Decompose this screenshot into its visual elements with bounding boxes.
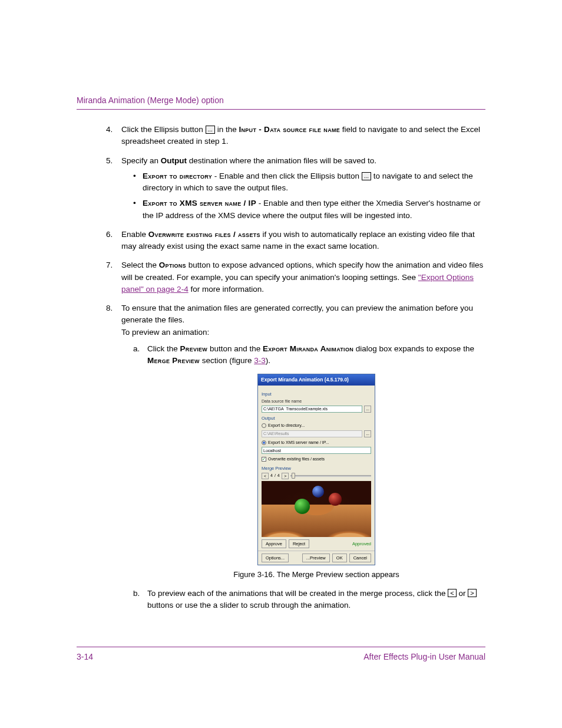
text: - Enable and then click the Ellipsis but… bbox=[212, 172, 362, 180]
prev-button[interactable]: < bbox=[262, 473, 269, 479]
preview-slider[interactable] bbox=[290, 473, 371, 478]
manual-title: After Effects Plug-in User Manual bbox=[363, 651, 485, 663]
figure-ref-link[interactable]: 3-3 bbox=[254, 356, 266, 365]
xms-server-input[interactable] bbox=[262, 447, 371, 454]
step-8: 8. To ensure that the animation files ar… bbox=[106, 302, 485, 611]
text: Enable bbox=[121, 230, 148, 239]
green-sphere-icon bbox=[295, 499, 310, 514]
text: section (figure bbox=[200, 356, 254, 365]
section-name: Merge Preview bbox=[147, 356, 200, 365]
text: or bbox=[457, 589, 468, 598]
text: To preview an animation: bbox=[121, 328, 209, 337]
checkbox-label: Overwrite existing files / assets bbox=[268, 456, 325, 463]
text: for more information. bbox=[189, 285, 264, 294]
reject-button[interactable]: Reject bbox=[289, 539, 309, 548]
step-8-substeps: a. Click the Preview button and the Expo… bbox=[121, 343, 485, 612]
text: Click the bbox=[147, 344, 180, 353]
page-footer: 3-14 After Effects Plug-in User Manual bbox=[77, 647, 485, 663]
text: Specify an bbox=[121, 156, 161, 165]
text: Select the bbox=[121, 261, 159, 269]
cancel-button[interactable]: Cancel bbox=[349, 554, 371, 562]
header-title: Miranda Animation (Merge Mode) option bbox=[77, 95, 224, 105]
radio-label: Export to directory... bbox=[268, 423, 305, 429]
step-number: 5. bbox=[106, 155, 113, 167]
button-name: Preview bbox=[180, 344, 208, 353]
text: button and the bbox=[207, 344, 263, 353]
export-xms-radio[interactable]: Export to XMS server name / IP... bbox=[262, 440, 371, 446]
approve-button[interactable]: Approve bbox=[262, 539, 286, 548]
text: Click the Ellipsis button bbox=[121, 125, 206, 134]
substep-letter: b. bbox=[133, 588, 140, 599]
step-5-bullets: Export to directory - Enable and then cl… bbox=[121, 170, 485, 222]
bold: Output bbox=[161, 156, 187, 165]
next-button[interactable]: > bbox=[282, 473, 289, 479]
export-dir-input bbox=[262, 430, 362, 437]
blue-sphere-icon bbox=[312, 486, 324, 498]
step-number: 7. bbox=[106, 259, 113, 271]
button-name: Options bbox=[159, 261, 186, 269]
ok-button[interactable]: OK bbox=[332, 554, 347, 562]
step-number: 8. bbox=[106, 302, 113, 314]
next-nav-icon[interactable]: > bbox=[468, 589, 476, 597]
text: destination where the animation files wi… bbox=[187, 156, 376, 165]
merge-preview-label: Merge Preview bbox=[262, 465, 371, 472]
radio-label: Export to XMS server name / IP... bbox=[268, 440, 329, 446]
slider-thumb[interactable] bbox=[292, 473, 295, 479]
page-number: 3-14 bbox=[77, 651, 93, 663]
preview-button[interactable]: ...Preview bbox=[302, 554, 330, 562]
page-header: Miranda Animation (Merge Mode) option bbox=[77, 94, 485, 110]
substep-b: b. To preview each of the animations tha… bbox=[133, 588, 485, 612]
data-source-input[interactable] bbox=[262, 406, 362, 413]
step-7: 7. Select the Options button to expose a… bbox=[106, 259, 485, 295]
export-dir-radio[interactable]: Export to directory... bbox=[262, 423, 371, 429]
browse-button: ... bbox=[364, 430, 371, 437]
input-section-label: Input bbox=[262, 391, 371, 397]
merge-count: 4 / 4 bbox=[270, 473, 280, 479]
step-number: 4. bbox=[106, 124, 113, 136]
figure-dialog: Export Miranda Animation (4.5.179.0) Inp… bbox=[147, 374, 485, 565]
step-number: 6. bbox=[106, 229, 113, 241]
red-sphere-icon bbox=[329, 493, 342, 506]
text: ). bbox=[266, 356, 270, 365]
ellipsis-icon[interactable]: ... bbox=[206, 126, 215, 134]
text: dialog box expands to expose the bbox=[353, 344, 474, 353]
overwrite-checkbox[interactable]: Overwrite existing files / assets bbox=[262, 456, 371, 463]
option-name: Export to XMS server name / IP bbox=[143, 199, 256, 207]
step-6: 6. Enable Overwrite existing files / ass… bbox=[106, 229, 485, 253]
dialog-titlebar: Export Miranda Animation (4.5.179.0) bbox=[258, 374, 375, 386]
substep-letter: a. bbox=[133, 343, 140, 355]
text: To ensure that the animation files are g… bbox=[121, 304, 473, 324]
option-name: Export to directory bbox=[143, 172, 212, 180]
output-section-label: Output bbox=[262, 415, 371, 421]
dialog-name: Export Miranda Animation bbox=[263, 344, 353, 353]
field-name: Input - Data source file name bbox=[239, 125, 340, 134]
ordered-steps: 4. Click the Ellipsis button ... in the … bbox=[77, 124, 485, 611]
ellipsis-icon[interactable]: ... bbox=[362, 172, 371, 180]
text: To preview each of the animations that w… bbox=[147, 589, 448, 598]
bullet-export-directory: Export to directory - Enable and then cl… bbox=[133, 170, 485, 195]
preview-viewport bbox=[262, 481, 371, 537]
prev-nav-icon[interactable]: < bbox=[448, 589, 456, 597]
substep-a: a. Click the Preview button and the Expo… bbox=[133, 343, 485, 581]
bullet-export-xms: Export to XMS server name / IP - Enable … bbox=[133, 197, 485, 222]
text: buttons or use the a slider to scrub thr… bbox=[147, 601, 351, 610]
browse-button[interactable]: ... bbox=[364, 406, 371, 413]
export-dialog: Export Miranda Animation (4.5.179.0) Inp… bbox=[257, 374, 375, 565]
step-5: 5. Specify an Output destination where t… bbox=[106, 155, 485, 222]
figure-caption: Figure 3-16. The Merge Preview section a… bbox=[147, 569, 485, 581]
option-name: Overwrite existing files / assets bbox=[148, 230, 260, 239]
step-4: 4. Click the Ellipsis button ... in the … bbox=[106, 124, 485, 148]
options-button[interactable]: Options... bbox=[262, 554, 289, 562]
dialog-body: Input Data source file name ... Output E… bbox=[258, 386, 375, 565]
data-source-label: Data source file name bbox=[262, 398, 371, 405]
approved-status: Approved bbox=[352, 541, 371, 547]
text: in the bbox=[215, 125, 239, 134]
